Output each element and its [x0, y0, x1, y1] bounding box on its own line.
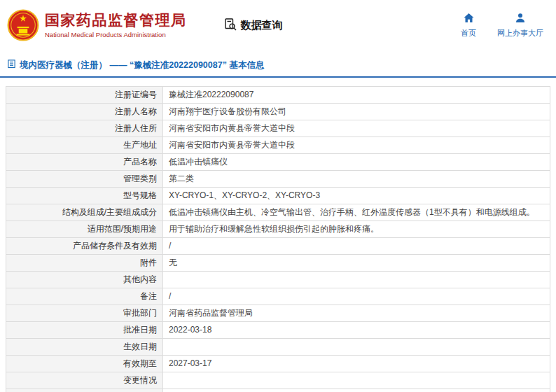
row-value: 河南省安阳市内黄县帝誉大道中段	[163, 120, 550, 137]
row-label: 产品储存条件及有效期	[6, 238, 163, 255]
home-icon	[463, 13, 475, 25]
nav-home-label: 首页	[461, 28, 476, 38]
row-value: 详情	[163, 389, 550, 392]
row-label: 产品名称	[6, 154, 163, 171]
user-icon	[515, 13, 526, 25]
nav-home[interactable]: 首页	[461, 13, 476, 38]
table-row: 注册证编号豫械注准20222090087	[6, 87, 550, 104]
row-value: 河南省安阳市内黄县帝誉大道中段	[163, 137, 550, 154]
brand: 国家药品监督管理局 National Medical Products Admi…	[7, 9, 187, 41]
table-row: 审批部门河南省药品监督管理局	[6, 305, 550, 322]
data-query-tab[interactable]: 数据查询	[223, 18, 283, 34]
table-row: 变更情况	[6, 372, 550, 389]
row-value: /	[163, 288, 550, 305]
national-emblem-icon	[7, 9, 39, 41]
row-label: 注册人名称	[6, 104, 163, 120]
table-row: 注册人住所河南省安阳市内黄县帝誉大道中段	[6, 120, 550, 137]
row-label: 变更情况	[6, 372, 163, 389]
table-row: 生效日期	[6, 339, 550, 356]
table-row: 生产地址河南省安阳市内黄县帝誉大道中段	[6, 137, 550, 154]
table-row: 有效期至2027-03-17	[6, 356, 550, 372]
document-icon	[7, 59, 16, 71]
row-value: XY-CRYO-1、XY-CRYO-2、XY-CRYO-3	[163, 188, 550, 204]
org-name-cn: 国家药品监督管理局	[45, 12, 187, 29]
table-row: 注册人名称河南翔宇医疗设备股份有限公司	[6, 104, 550, 120]
brand-text: 国家药品监督管理局 National Medical Products Admi…	[45, 12, 187, 38]
row-value: 2022-03-18	[163, 322, 550, 339]
breadcrumb: 境内医疗器械（注册） —— “豫械注准20222090087” 基本信息	[0, 50, 556, 78]
site-header: 国家药品监督管理局 National Medical Products Admi…	[0, 0, 556, 50]
row-value	[163, 372, 550, 389]
row-value: 豫械注准20222090087	[163, 87, 550, 104]
row-label: 管理类别	[6, 171, 163, 188]
row-value: 用于辅助治疗和缓解急性软组织损伤引起的肿胀和疼痛。	[163, 221, 550, 238]
row-label: 注册人住所	[6, 120, 163, 137]
table-row: 其他内容	[6, 272, 550, 288]
row-label: 结构及组成/主要组成成分	[6, 204, 163, 221]
row-value: /	[163, 238, 550, 255]
row-label: 适用范围/预期用途	[6, 221, 163, 238]
row-label: 其他内容	[6, 272, 163, 288]
row-label: 备注	[6, 288, 163, 305]
org-name-en: National Medical Products Administration	[45, 31, 187, 38]
row-label: 生产地址	[6, 137, 163, 154]
table-row: 适用范围/预期用途用于辅助治疗和缓解急性软组织损伤引起的肿胀和疼痛。	[6, 221, 550, 238]
row-value: 河南翔宇医疗设备股份有限公司	[163, 104, 550, 120]
table-row: 注详情	[6, 389, 550, 392]
table-wrap: 注册证编号豫械注准20222090087注册人名称河南翔宇医疗设备股份有限公司注…	[0, 78, 556, 392]
row-label: 注册证编号	[6, 87, 163, 104]
row-label: 注	[6, 389, 163, 392]
row-value: 河南省药品监督管理局	[163, 305, 550, 322]
nav-service-hall-label: 网上办事大厅	[497, 28, 543, 38]
row-value: 低温冲击镇痛仪由主机、冷空气输出管、治疗手柄、红外温度传感器（1型不具有）和电源…	[163, 204, 550, 221]
row-value: 低温冲击镇痛仪	[163, 154, 550, 171]
row-label: 批准日期	[6, 322, 163, 339]
table-row: 备注/	[6, 288, 550, 305]
nav-service-hall[interactable]: 网上办事大厅	[497, 13, 543, 38]
row-value: 第二类	[163, 171, 550, 188]
data-query-label: 数据查询	[241, 19, 283, 32]
page-title: 境内医疗器械（注册） —— “豫械注准20222090087” 基本信息	[20, 59, 264, 71]
info-table: 注册证编号豫械注准20222090087注册人名称河南翔宇医疗设备股份有限公司注…	[6, 86, 550, 392]
row-value	[163, 272, 550, 288]
row-label: 生效日期	[6, 339, 163, 356]
table-row: 结构及组成/主要组成成分低温冲击镇痛仪由主机、冷空气输出管、治疗手柄、红外温度传…	[6, 204, 550, 221]
data-query-icon	[223, 18, 237, 34]
row-label: 附件	[6, 255, 163, 272]
row-value	[163, 339, 550, 356]
table-row: 产品储存条件及有效期/	[6, 238, 550, 255]
top-nav: 首页 网上办事大厅	[461, 13, 546, 38]
info-table-body: 注册证编号豫械注准20222090087注册人名称河南翔宇医疗设备股份有限公司注…	[6, 87, 550, 392]
table-row: 批准日期2022-03-18	[6, 322, 550, 339]
row-label: 型号规格	[6, 188, 163, 204]
row-value: 2027-03-17	[163, 356, 550, 372]
row-label: 审批部门	[6, 305, 163, 322]
table-row: 型号规格XY-CRYO-1、XY-CRYO-2、XY-CRYO-3	[6, 188, 550, 204]
row-value: 无	[163, 255, 550, 272]
row-label: 有效期至	[6, 356, 163, 372]
table-row: 产品名称低温冲击镇痛仪	[6, 154, 550, 171]
table-row: 附件无	[6, 255, 550, 272]
table-row: 管理类别第二类	[6, 171, 550, 188]
